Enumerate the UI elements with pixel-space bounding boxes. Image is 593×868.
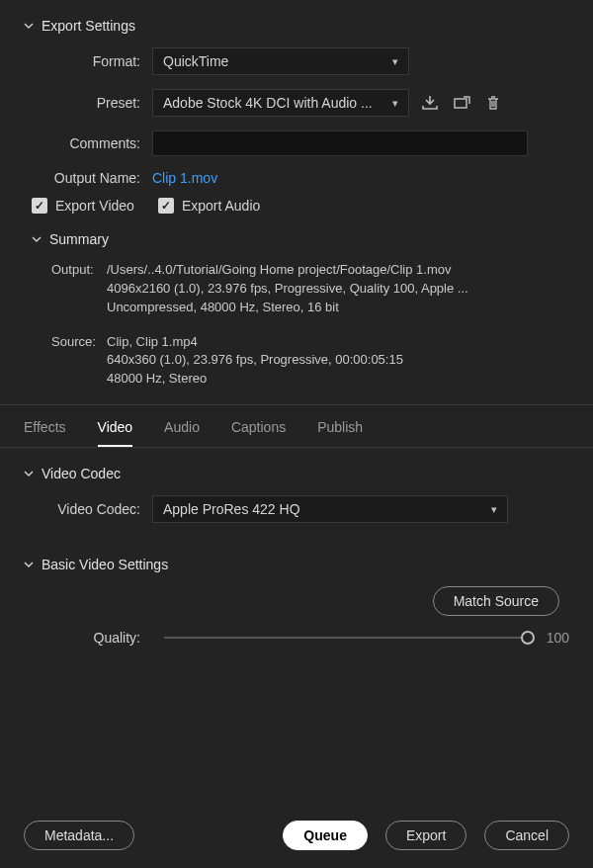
comments-label: Comments: [24, 135, 152, 151]
video-codec-title: Video Codec [42, 466, 121, 481]
chevron-down-icon: ▾ [491, 503, 497, 516]
delete-preset-icon[interactable] [482, 92, 504, 114]
save-preset-icon[interactable] [419, 92, 441, 114]
export-button[interactable]: Export [385, 821, 466, 850]
summary-output: Output:/Users/..4.0/Tutorial/Going Home … [51, 261, 569, 317]
metadata-button[interactable]: Metadata... [24, 821, 134, 850]
summary-source: Source:Clip, Clip 1.mp4 640x360 (1.0), 2… [51, 333, 569, 390]
basic-video-title: Basic Video Settings [42, 557, 168, 572]
cancel-button[interactable]: Cancel [484, 821, 569, 850]
preset-value: Adobe Stock 4K DCI with Audio ... [163, 95, 373, 111]
comments-input[interactable] [152, 130, 528, 156]
summary-header[interactable]: Summary [32, 231, 569, 247]
video-codec-header[interactable]: Video Codec [24, 466, 569, 481]
svg-rect-0 [455, 99, 466, 108]
summary-source-line2: 640x360 (1.0), 23.976 fps, Progressive, … [107, 351, 569, 370]
import-preset-icon[interactable] [451, 92, 472, 114]
summary-title: Summary [49, 231, 109, 247]
output-name-label: Output Name: [24, 170, 152, 186]
summary-output-label: Output: [51, 261, 107, 280]
chevron-down-icon [24, 469, 34, 478]
summary-source-line3: 48000 Hz, Stereo [107, 370, 569, 389]
slider-thumb[interactable] [521, 631, 535, 645]
summary-output-line2: 4096x2160 (1.0), 23.976 fps, Progressive… [107, 280, 569, 299]
summary-output-line3: Uncompressed, 48000 Hz, Stereo, 16 bit [107, 299, 569, 317]
tab-video[interactable]: Video [98, 419, 133, 447]
chevron-down-icon [32, 234, 42, 244]
export-audio-checkbox[interactable]: ✓ Export Audio [158, 198, 260, 214]
export-video-label: Export Video [55, 198, 134, 214]
quality-value: 100 [547, 630, 569, 646]
chevron-down-icon: ▾ [392, 97, 398, 110]
match-source-button[interactable]: Match Source [433, 586, 559, 616]
quality-label: Quality: [24, 630, 152, 646]
check-icon: ✓ [158, 198, 174, 214]
format-dropdown[interactable]: QuickTime ▾ [152, 47, 409, 75]
bottom-bar: Metadata... Queue Export Cancel [0, 821, 593, 850]
quality-slider[interactable] [164, 637, 535, 639]
tab-effects[interactable]: Effects [24, 419, 66, 447]
summary-output-path: /Users/..4.0/Tutorial/Going Home project… [107, 262, 452, 277]
queue-button[interactable]: Queue [283, 821, 368, 850]
check-icon: ✓ [32, 198, 47, 214]
preset-label: Preset: [24, 95, 152, 111]
preset-dropdown[interactable]: Adobe Stock 4K DCI with Audio ... ▾ [152, 89, 409, 117]
summary-source-line1: Clip, Clip 1.mp4 [107, 334, 198, 349]
video-codec-value: Apple ProRes 422 HQ [163, 501, 300, 517]
format-label: Format: [24, 53, 152, 69]
export-settings-header[interactable]: Export Settings [24, 18, 569, 34]
video-codec-label: Video Codec: [24, 501, 152, 517]
video-codec-dropdown[interactable]: Apple ProRes 422 HQ ▾ [152, 495, 508, 523]
format-value: QuickTime [163, 53, 228, 69]
tab-publish[interactable]: Publish [317, 419, 363, 447]
export-video-checkbox[interactable]: ✓ Export Video [32, 198, 134, 214]
chevron-down-icon: ▾ [392, 55, 398, 68]
tab-audio[interactable]: Audio [164, 419, 200, 447]
output-name-link[interactable]: Clip 1.mov [152, 170, 217, 186]
summary-source-label: Source: [51, 333, 107, 352]
chevron-down-icon [24, 560, 34, 569]
chevron-down-icon [24, 21, 34, 31]
tab-bar: Effects Video Audio Captions Publish [0, 405, 593, 448]
basic-video-header[interactable]: Basic Video Settings [24, 557, 569, 572]
export-audio-label: Export Audio [182, 198, 260, 214]
export-settings-title: Export Settings [42, 18, 135, 34]
tab-captions[interactable]: Captions [231, 419, 286, 447]
